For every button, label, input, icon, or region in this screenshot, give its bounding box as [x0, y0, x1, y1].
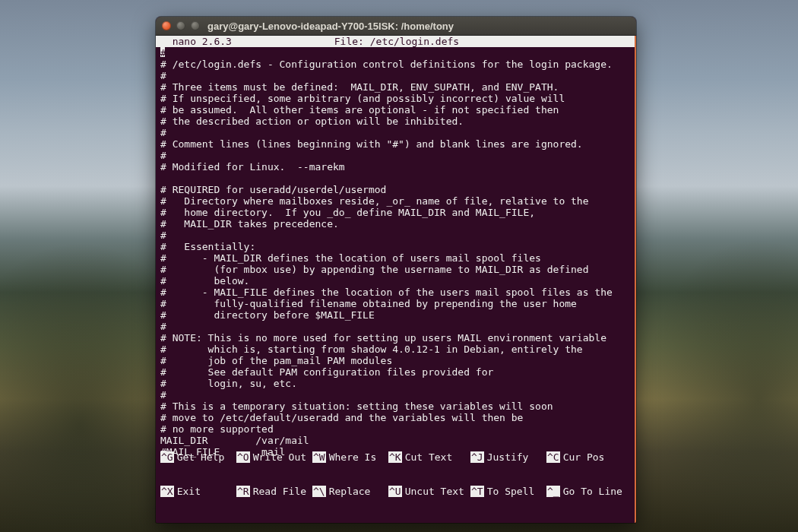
editor-line: # which is, starting from shadow 4.0.12-… [160, 344, 630, 355]
shortcut-key: ^C [546, 451, 560, 463]
shortcut-key: ^G [160, 451, 174, 463]
shortcut-label: Replace [329, 486, 371, 497]
shortcut-key: ^X [160, 486, 174, 497]
shortcut-key: ^R [236, 486, 250, 497]
shortcut-label: Exit [177, 486, 201, 497]
editor-line: # /etc/login.defs - Configuration contro… [160, 59, 630, 70]
editor-line: # Three items must be defined: MAIL_DIR,… [160, 81, 630, 93]
titlebar[interactable]: gary@gary-Lenovo-ideapad-Y700-15ISK: /ho… [156, 17, 636, 36]
editor-line: # home directory. If you _do_ define MAI… [160, 207, 630, 218]
shortcut-item[interactable]: ^GGet Help [160, 451, 236, 463]
editor-line: # job of the pam_mail PAM modules [160, 355, 630, 366]
editor-line: # Essentially: [160, 241, 630, 252]
terminal-window: gary@gary-Lenovo-ideapad-Y700-15ISK: /ho… [156, 17, 636, 523]
editor-line: # [160, 150, 630, 161]
editor-line: # Directory where mailboxes reside, _or_… [160, 195, 630, 207]
editor-line: # [160, 127, 630, 138]
editor-line: # - MAIL_FILE defines the location of th… [160, 287, 630, 298]
shortcut-label: Write Out [253, 451, 306, 463]
shortcut-label: To Spell [487, 486, 535, 497]
window-title: gary@gary-Lenovo-ideapad-Y700-15ISK: /ho… [200, 21, 630, 32]
shortcut-key: ^O [236, 451, 250, 463]
shortcut-label: Read File [253, 486, 306, 497]
shortcut-bar: ^GGet Help^OWrite Out^WWhere Is^KCut Tex… [156, 394, 633, 523]
editor-line: # fully-qualified filename obtained by p… [160, 298, 630, 309]
shortcut-key: ^T [470, 486, 484, 497]
nano-header: nano 2.6.3 File: /etc/login.defs [156, 36, 635, 47]
editor-line: # Modified for Linux. --marekm [160, 161, 630, 173]
editor-line: # [160, 47, 630, 59]
shortcut-item[interactable]: ^OWrite Out [236, 451, 312, 463]
shortcut-key: ^U [388, 486, 402, 497]
editor-line: # the described action or option will be… [160, 116, 630, 127]
editor-line: # (for mbox use) by appending the userna… [160, 264, 630, 275]
shortcut-key: ^\ [312, 486, 326, 497]
shortcut-item[interactable]: ^WWhere Is [312, 451, 388, 463]
cursor: # [160, 47, 165, 57]
editor-line: # [160, 230, 630, 241]
editor-line: # Comment lines (lines beginning with "#… [160, 138, 630, 150]
editor-line: # NOTE: This is no more used for setting… [160, 332, 630, 344]
shortcut-item[interactable]: ^RRead File [236, 486, 312, 497]
nano-header-right [562, 36, 635, 47]
shortcut-row-2: ^XExit^RRead File^\Replace^UUncut Text^T… [160, 486, 629, 497]
shortcut-item[interactable]: ^_Go To Line [546, 486, 622, 497]
shortcut-item[interactable]: ^JJustify [470, 451, 546, 463]
editor-line: # [160, 70, 630, 81]
shortcut-item[interactable]: ^\Replace [312, 486, 388, 497]
minimize-icon[interactable] [176, 21, 185, 30]
editor-line: # be assumed. All other items are option… [160, 104, 630, 116]
shortcut-item[interactable]: ^CCur Pos [546, 451, 622, 463]
editor-line: # directory before $MAIL_FILE [160, 309, 630, 321]
maximize-icon[interactable] [191, 21, 200, 30]
editor-line: # If unspecified, some arbitrary (and po… [160, 93, 630, 104]
shortcut-label: Get Help [177, 451, 225, 463]
shortcut-label: Justify [487, 451, 529, 463]
editor-line: # below. [160, 275, 630, 287]
editor-line [160, 173, 630, 184]
shortcut-item[interactable]: ^KCut Text [388, 451, 470, 463]
shortcut-key: ^K [388, 451, 402, 463]
editor-line: # - MAIL_DIR defines the location of use… [160, 252, 630, 264]
shortcut-key: ^W [312, 451, 326, 463]
editor-line: # login, su, etc. [160, 378, 630, 389]
shortcut-label: Go To Line [563, 486, 622, 497]
nano-version: nano 2.6.3 [156, 36, 232, 47]
shortcut-label: Cur Pos [563, 451, 605, 463]
shortcut-label: Cut Text [405, 451, 453, 463]
editor-line: # [160, 321, 630, 332]
shortcut-row-1: ^GGet Help^OWrite Out^WWhere Is^KCut Tex… [160, 451, 629, 463]
shortcut-item[interactable]: ^UUncut Text [388, 486, 470, 497]
close-icon[interactable] [162, 21, 171, 30]
terminal-body[interactable]: nano 2.6.3 File: /etc/login.defs ## /etc… [156, 36, 636, 523]
editor-line: # See default PAM configuration files pr… [160, 366, 630, 378]
shortcut-key: ^_ [546, 486, 560, 497]
shortcut-key: ^J [470, 451, 484, 463]
shortcut-item[interactable]: ^TTo Spell [470, 486, 546, 497]
editor-line: # REQUIRED for useradd/userdel/usermod [160, 184, 630, 195]
shortcut-item[interactable]: ^XExit [160, 486, 236, 497]
editor-line: # MAIL_DIR takes precedence. [160, 218, 630, 230]
shortcut-label: Where Is [329, 451, 377, 463]
nano-file-label: File: /etc/login.defs [232, 36, 562, 47]
window-controls [162, 21, 200, 30]
shortcut-label: Uncut Text [405, 486, 464, 497]
